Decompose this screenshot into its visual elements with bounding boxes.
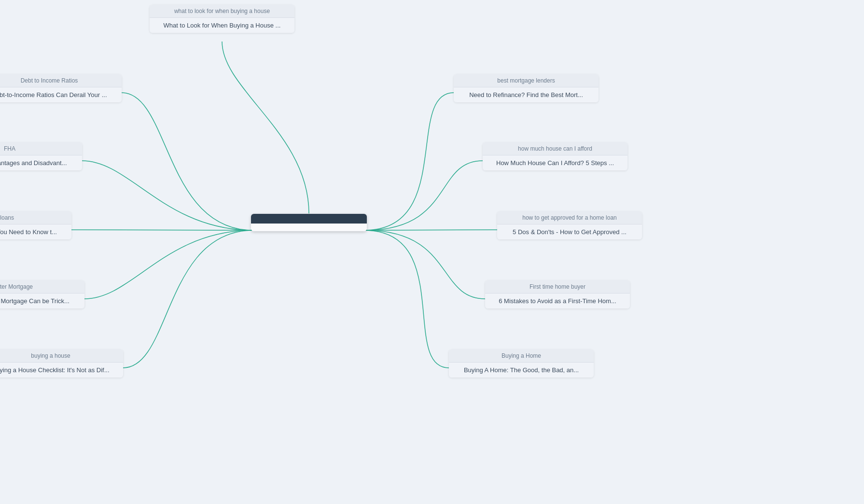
node-title-debt-income: Debt-to-Income Ratios Can Derail Your ..… <box>0 87 122 102</box>
node-title-what-to-look: What to Look for When Buying a House ... <box>150 18 294 33</box>
node-home-loans[interactable]: home loansHome Loans: What You Need to K… <box>0 211 71 239</box>
node-fha[interactable]: FHAFHA Loans: Advantages and Disadvant..… <box>0 142 82 170</box>
node-keyword-best-mortgage: best mortgage lenders <box>454 74 599 87</box>
node-how-much[interactable]: how much house can I affordHow Much Hous… <box>483 142 627 170</box>
node-buying-home[interactable]: Buying a HomeBuying A Home: The Good, th… <box>449 350 594 378</box>
node-keyword-buying-home: Buying a Home <box>449 350 594 363</box>
node-title-first-time: 6 Mistakes to Avoid as a First-Time Hom.… <box>485 294 630 308</box>
node-buying-house[interactable]: buying a houseBuying a House Checklist: … <box>0 350 123 378</box>
node-keyword-buying-house: buying a house <box>0 350 123 363</box>
node-keyword-first-time: First time home buyer <box>485 280 630 294</box>
center-title <box>251 214 367 224</box>
node-better-mortgage[interactable]: Better MortgageFinding a Better Mortgage… <box>0 280 84 308</box>
node-keyword-debt-income: Debt to Income Ratios <box>0 74 122 87</box>
node-keyword-fha: FHA <box>0 142 82 155</box>
node-title-buying-home: Buying A Home: The Good, the Bad, an... <box>449 363 594 378</box>
node-title-better-mortgage: Finding a Better Mortgage Can be Trick..… <box>0 294 84 308</box>
node-title-buying-house: Buying a House Checklist: It's Not as Di… <box>0 363 123 378</box>
node-keyword-how-much: how much house can I afford <box>483 142 627 155</box>
node-what-to-look[interactable]: what to look for when buying a houseWhat… <box>150 5 294 33</box>
node-keyword-better-mortgage: Better Mortgage <box>0 280 84 294</box>
node-keyword-what-to-look: what to look for when buying a house <box>150 5 294 18</box>
node-title-best-mortgage: Need to Refinance? Find the Best Mort... <box>454 87 599 102</box>
node-get-approved[interactable]: how to get approved for a home loan5 Dos… <box>497 211 642 239</box>
node-title-fha: FHA Loans: Advantages and Disadvant... <box>0 155 82 170</box>
node-title-get-approved: 5 Dos & Don'ts - How to Get Approved ... <box>497 224 642 239</box>
center-node[interactable] <box>251 214 367 231</box>
node-keyword-get-approved: how to get approved for a home loan <box>497 211 642 224</box>
node-title-home-loans: Home Loans: What You Need to Know t... <box>0 224 71 239</box>
node-best-mortgage[interactable]: best mortgage lendersNeed to Refinance? … <box>454 74 599 102</box>
node-title-how-much: How Much House Can I Afford? 5 Steps ... <box>483 155 627 170</box>
center-subtitle <box>251 224 367 231</box>
node-first-time[interactable]: First time home buyer6 Mistakes to Avoid… <box>485 280 630 308</box>
node-debt-income[interactable]: Debt to Income RatiosDebt-to-Income Rati… <box>0 74 122 102</box>
node-keyword-home-loans: home loans <box>0 211 71 224</box>
